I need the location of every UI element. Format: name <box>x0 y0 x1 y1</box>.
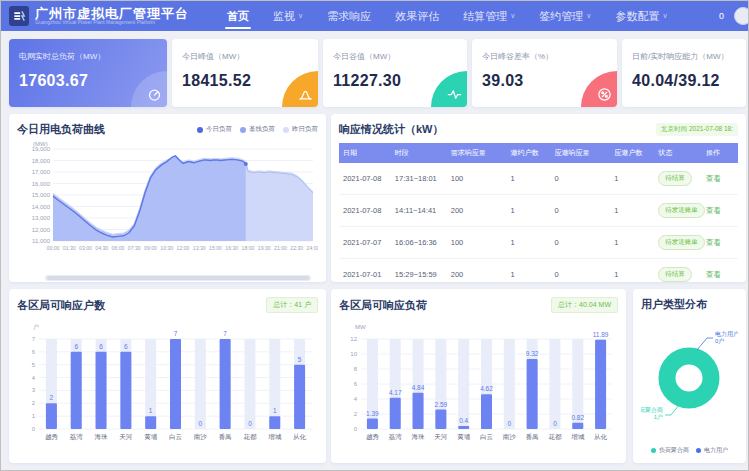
nav-item-6[interactable]: 参数配置∨ <box>603 1 679 31</box>
svg-text:6: 6 <box>124 343 128 350</box>
kpi-label: 今日谷值（MW） <box>333 51 467 62</box>
panel-title: 各区局可响应户数 <box>17 298 105 313</box>
nav-item-3[interactable]: 效果评估 <box>383 1 451 31</box>
chevron-down-icon: ∨ <box>510 12 515 20</box>
svg-text:2.59: 2.59 <box>435 401 448 408</box>
table-cell: 17:31~18:01 <box>391 163 447 195</box>
bar <box>527 359 538 429</box>
svg-text:06:00: 06:00 <box>112 245 125 251</box>
user-avatar[interactable] <box>734 7 749 25</box>
svg-text:2: 2 <box>32 400 36 406</box>
svg-text:白云: 白云 <box>169 433 183 441</box>
svg-text:03:00: 03:00 <box>79 245 92 251</box>
nav-item-5[interactable]: 签约管理∨ <box>527 1 603 31</box>
table-cell: 15:29~15:59 <box>391 259 447 291</box>
svg-text:12,000: 12,000 <box>32 227 51 233</box>
svg-text:24:00: 24:00 <box>307 245 318 251</box>
panel-title: 各区局可响应负荷 <box>339 298 427 313</box>
panel-title: 用户类型分布 <box>641 297 738 312</box>
svg-text:19:30: 19:30 <box>258 245 271 251</box>
svg-text:增城: 增城 <box>267 433 282 441</box>
legend-item[interactable]: 今日负荷 <box>197 125 232 134</box>
total-badge: 总计：40.04 MW <box>551 297 618 313</box>
bar <box>435 410 446 429</box>
svg-text:19,000: 19,000 <box>32 146 51 152</box>
legend-item[interactable]: 基线负荷 <box>240 125 275 134</box>
svg-text:5: 5 <box>298 356 302 363</box>
total-badge: 总计：41 户 <box>266 297 318 313</box>
panel-title: 今日用电负荷曲线 <box>17 122 105 137</box>
svg-text:04:30: 04:30 <box>95 245 108 251</box>
beijing-time-badge: 北京时间 2021-07-08 18: <box>656 123 738 136</box>
svg-text:13:30: 13:30 <box>193 245 206 251</box>
legend-item[interactable]: 昨日负荷 <box>283 125 318 134</box>
svg-text:0户: 0户 <box>715 337 724 344</box>
data-zoom-slider[interactable] <box>45 275 311 281</box>
svg-text:白云: 白云 <box>480 433 494 441</box>
notification-count[interactable]: 0 <box>719 11 724 21</box>
svg-text:11.89: 11.89 <box>593 331 609 338</box>
table-header-cell: 需求响应量 <box>447 143 507 163</box>
svg-text:1户: 1户 <box>654 413 663 420</box>
bar <box>145 416 156 429</box>
legend-item[interactable]: 电力用户 <box>696 446 728 455</box>
nav-item-label: 需求响应 <box>327 9 371 24</box>
nav-item-label: 首页 <box>227 9 249 24</box>
table-cell: 0 <box>550 195 610 227</box>
chevron-down-icon: ∨ <box>662 12 667 20</box>
nav-item-4[interactable]: 结算管理∨ <box>451 1 527 31</box>
table-cell: 200 <box>447 195 507 227</box>
table-header-cell: 应邀户数 <box>610 143 654 163</box>
table-header-cell: 状态 <box>654 143 702 163</box>
app-title-block: 广州市虚拟电厂管理平台 Guangzhou Virtual Power Plan… <box>35 7 189 26</box>
svg-text:0: 0 <box>508 420 512 427</box>
bar <box>413 393 424 429</box>
bar <box>572 423 583 429</box>
svg-text:0: 0 <box>354 426 358 432</box>
view-link[interactable]: 查看 <box>706 206 721 215</box>
table-header-cell: 邀约户数 <box>507 143 551 163</box>
nav-item-2[interactable]: 需求响应 <box>315 1 383 31</box>
table-cell: 2021-07-08 <box>339 163 391 195</box>
district-users-chart: 户012345672越秀6荔湾6海珠6天河1黄埔7白云0南沙7番禺0花都1增城5… <box>17 313 318 459</box>
view-link[interactable]: 查看 <box>706 238 721 247</box>
svg-text:16:30: 16:30 <box>225 245 238 251</box>
dashboard-page: 广州市虚拟电厂管理平台 Guangzhou Virtual Power Plan… <box>0 0 749 471</box>
user-type-donut: 电力用户0户负荷聚合商1户 <box>641 312 738 440</box>
svg-text:0.82: 0.82 <box>571 414 584 421</box>
bar <box>269 416 280 429</box>
svg-text:1: 1 <box>149 407 153 414</box>
svg-text:花都: 花都 <box>547 433 562 441</box>
svg-text:09:00: 09:00 <box>144 245 157 251</box>
view-link[interactable]: 查看 <box>706 270 721 279</box>
svg-text:17,000: 17,000 <box>32 169 51 175</box>
svg-text:黄埔: 黄埔 <box>457 433 471 441</box>
bar <box>46 403 57 429</box>
table-row: 2021-07-0814:11~14:41200101待发送账单查看 <box>339 195 738 227</box>
nav-item-0[interactable]: 首页 <box>215 1 261 31</box>
svg-text:越秀: 越秀 <box>45 433 59 441</box>
kpi-card-1: 今日峰值（MW）18415.52 <box>172 39 318 107</box>
svg-text:7: 7 <box>32 336 36 342</box>
svg-text:7: 7 <box>223 330 227 337</box>
nav-item-1[interactable]: 监视∨ <box>261 1 315 31</box>
app-subtitle: Guangzhou Virtual Power Plant Management… <box>35 20 189 25</box>
donut-legend: 负荷聚合商电力用户 <box>641 446 738 455</box>
header-right: 0 <box>719 7 740 25</box>
table-cell: 2021-07-07 <box>339 227 391 259</box>
table-cell: 0 <box>550 227 610 259</box>
svg-text:22:30: 22:30 <box>290 245 303 251</box>
svg-text:6: 6 <box>74 343 78 350</box>
svg-text:户: 户 <box>33 323 39 330</box>
table-cell: 100 <box>447 163 507 195</box>
view-link[interactable]: 查看 <box>706 174 721 183</box>
svg-text:4.62: 4.62 <box>480 385 493 392</box>
svg-text:海珠: 海珠 <box>95 433 109 441</box>
table-cell: 100 <box>447 227 507 259</box>
nav-item-label: 参数配置 <box>615 9 659 24</box>
svg-text:0.4: 0.4 <box>459 417 468 424</box>
kpi-value: 40.04/39.12 <box>632 72 746 90</box>
legend-item[interactable]: 负荷聚合商 <box>651 446 689 455</box>
load-curve-chart: (MW)11,00012,00013,00014,00015,00016,000… <box>17 137 318 269</box>
table-cell: 1 <box>507 195 551 227</box>
